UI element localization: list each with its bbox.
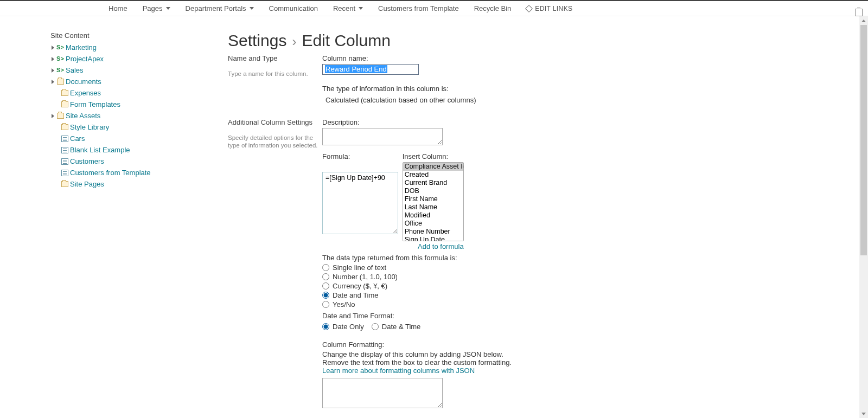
section-name-desc: Type a name for this column. bbox=[228, 70, 322, 78]
learn-more-json-link[interactable]: Learn more about formatting columns with… bbox=[322, 366, 475, 375]
breadcrumb-settings-link[interactable]: Settings bbox=[228, 31, 286, 50]
add-to-formula-link[interactable]: Add to formula bbox=[418, 242, 464, 250]
data-type-radio-label: Number (1, 1.0, 100) bbox=[333, 273, 398, 281]
folder-icon bbox=[61, 124, 68, 131]
date-format-radio-label: Date Only bbox=[333, 323, 364, 331]
column-formatting-help1: Change the display of this column by add… bbox=[322, 350, 512, 358]
insert-column-label: Insert Column: bbox=[403, 152, 464, 160]
tree-node-link[interactable]: Customers bbox=[70, 157, 104, 166]
data-type-radio[interactable] bbox=[322, 292, 329, 299]
chevron-down-icon bbox=[359, 7, 363, 10]
date-format-radio[interactable] bbox=[372, 323, 379, 330]
folder-icon bbox=[61, 181, 68, 188]
vertical-scrollbar[interactable] bbox=[859, 16, 868, 410]
scroll-down-icon[interactable] bbox=[859, 409, 868, 410]
data-type-radio[interactable] bbox=[322, 282, 329, 290]
nav-home[interactable]: Home bbox=[108, 4, 127, 12]
formula-label: Formula: bbox=[322, 152, 398, 160]
folder-icon bbox=[56, 112, 64, 120]
insert-column-option[interactable]: Sign Up Date bbox=[403, 236, 463, 241]
list-icon bbox=[61, 169, 68, 177]
section-name-title: Name and Type bbox=[228, 54, 322, 62]
expand-icon[interactable] bbox=[52, 46, 54, 50]
column-formatting-label: Column Formatting: bbox=[322, 340, 512, 349]
top-navigation-bar: Home Pages Department Portals Communicat… bbox=[0, 1, 868, 16]
date-format-radio-label: Date & Time bbox=[382, 323, 421, 331]
breadcrumb-separator: › bbox=[292, 34, 296, 49]
tree-node-link[interactable]: Customers from Template bbox=[70, 168, 151, 177]
list-icon bbox=[61, 135, 68, 143]
insert-column-option[interactable]: Modified bbox=[403, 211, 463, 220]
insert-column-option[interactable]: Phone Number bbox=[403, 228, 463, 236]
site-icon: S> bbox=[56, 44, 64, 52]
nav-customers-from-template[interactable]: Customers from Template bbox=[378, 4, 459, 12]
list-icon bbox=[61, 158, 68, 165]
tree-node-link[interactable]: ProjectApex bbox=[66, 54, 104, 63]
folder-icon bbox=[61, 101, 68, 108]
tree-node-link[interactable]: Site Assets bbox=[66, 111, 100, 120]
insert-column-option[interactable]: Compliance Asset Id bbox=[403, 163, 463, 171]
insert-column-listbox[interactable]: Compliance Asset IdCreatedCurrent BrandD… bbox=[403, 162, 464, 241]
section-addl-title: Additional Column Settings bbox=[228, 118, 322, 126]
expand-icon[interactable] bbox=[52, 68, 54, 73]
tree-node-link[interactable]: Marketing bbox=[66, 43, 97, 52]
data-type-radio[interactable] bbox=[322, 264, 329, 271]
site-content-heading: Site Content bbox=[50, 31, 163, 40]
date-time-format-label: Date and Time Format: bbox=[322, 312, 512, 320]
nav-pages[interactable]: Pages bbox=[143, 4, 170, 12]
scrollbar-thumb[interactable] bbox=[860, 25, 867, 255]
insert-column-option[interactable]: First Name bbox=[403, 195, 463, 203]
chevron-down-icon bbox=[250, 7, 254, 10]
nav-communication[interactable]: Communication bbox=[269, 4, 318, 12]
tree-node-link[interactable]: Form Templates bbox=[70, 100, 120, 109]
data-type-radio-label: Currency ($, ¥, €) bbox=[333, 282, 387, 290]
tree-node-link[interactable]: Style Library bbox=[70, 123, 109, 132]
list-icon bbox=[61, 146, 68, 154]
expand-icon[interactable] bbox=[52, 57, 54, 61]
tree-node-link[interactable]: Expenses bbox=[70, 88, 101, 98]
data-type-radio[interactable] bbox=[322, 301, 329, 308]
site-icon: S> bbox=[56, 55, 64, 63]
site-icon: S> bbox=[56, 67, 64, 74]
section-addl-desc: Specify detailed options for the type of… bbox=[228, 134, 322, 149]
nav-recycle-bin[interactable]: Recycle Bin bbox=[474, 4, 512, 12]
description-label: Description: bbox=[322, 118, 512, 126]
edit-links-button[interactable]: EDIT LINKS bbox=[526, 5, 572, 12]
description-textarea[interactable] bbox=[322, 128, 443, 145]
data-type-radio-label: Date and Time bbox=[333, 291, 379, 299]
data-type-label: The data type returned from this formula… bbox=[322, 254, 512, 262]
insert-column-option[interactable]: Last Name bbox=[403, 203, 463, 211]
scroll-up-icon[interactable] bbox=[859, 16, 868, 25]
data-type-radio-label: Single line of text bbox=[333, 263, 386, 272]
expand-icon[interactable] bbox=[52, 80, 54, 84]
tree-node-link[interactable]: Site Pages bbox=[70, 179, 104, 189]
type-info-value: Calculated (calculation based on other c… bbox=[322, 96, 476, 104]
data-type-radio[interactable] bbox=[322, 273, 329, 280]
tree-node-link[interactable]: Cars bbox=[70, 134, 85, 143]
column-formatting-help2: Remove the text from the box to clear th… bbox=[322, 358, 512, 366]
insert-column-option[interactable]: Current Brand bbox=[403, 179, 463, 187]
site-content-tree: S>MarketingS>ProjectApexS>SalesDocuments… bbox=[50, 42, 163, 190]
insert-column-option[interactable]: Office bbox=[403, 220, 463, 228]
nav-department-portals[interactable]: Department Portals bbox=[186, 4, 254, 12]
formula-textarea[interactable] bbox=[322, 172, 398, 234]
folder-icon bbox=[61, 89, 68, 97]
column-formatting-textarea[interactable] bbox=[322, 378, 443, 408]
tree-node-link[interactable]: Blank List Example bbox=[70, 145, 130, 155]
focus-mode-icon[interactable] bbox=[855, 9, 863, 16]
chevron-down-icon bbox=[166, 7, 170, 10]
data-type-radio-label: Yes/No bbox=[333, 300, 355, 308]
expand-icon[interactable] bbox=[52, 114, 54, 118]
type-info-label: The type of information in this column i… bbox=[322, 85, 476, 93]
tree-node-link[interactable]: Documents bbox=[66, 77, 101, 86]
col-name-label: Column name: bbox=[322, 54, 476, 62]
breadcrumb: Settings › Edit Column bbox=[228, 31, 868, 50]
date-format-radio[interactable] bbox=[322, 323, 329, 330]
nav-recent[interactable]: Recent bbox=[333, 4, 363, 12]
page-title: Edit Column bbox=[302, 31, 390, 50]
insert-column-option[interactable]: DOB bbox=[403, 187, 463, 195]
folder-icon bbox=[56, 78, 64, 86]
insert-column-option[interactable]: Created bbox=[403, 171, 463, 179]
column-name-input[interactable]: Reward Period End bbox=[322, 64, 419, 75]
tree-node-link[interactable]: Sales bbox=[66, 66, 84, 75]
